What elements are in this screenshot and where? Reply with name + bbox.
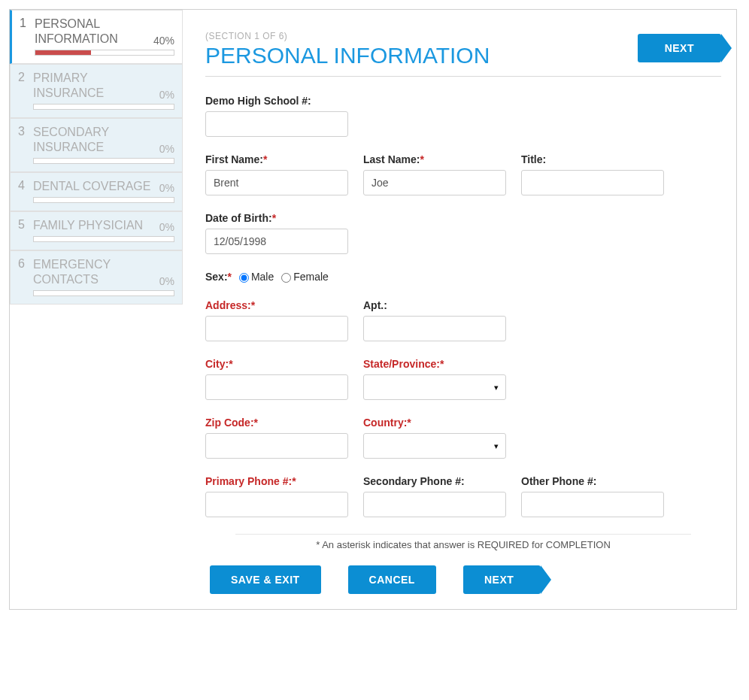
state-select[interactable] bbox=[363, 374, 506, 400]
next-button-bottom[interactable]: NEXT bbox=[463, 565, 541, 594]
step-primary-insurance[interactable]: 2 PRIMARY INSURANCE 0% bbox=[10, 64, 183, 118]
save-exit-button[interactable]: SAVE & EXIT bbox=[210, 565, 321, 594]
step-number: 6 bbox=[18, 257, 27, 271]
other-phone-input[interactable] bbox=[521, 492, 664, 517]
step-number: 1 bbox=[20, 17, 29, 30]
step-secondary-insurance[interactable]: 3 SECONDARY INSURANCE 0% bbox=[10, 118, 183, 172]
city-label: City:* bbox=[205, 358, 348, 370]
page-title: PERSONAL INFORMATION bbox=[205, 43, 490, 68]
step-percent: 0% bbox=[159, 89, 174, 101]
field-primary-phone: Primary Phone #:* bbox=[205, 475, 348, 517]
step-emergency-contacts[interactable]: 6 EMERGENCY CONTACTS 0% bbox=[10, 250, 183, 305]
zip-label: Zip Code:* bbox=[205, 417, 348, 429]
field-other-phone: Other Phone #: bbox=[521, 475, 664, 517]
step-label: DENTAL COVERAGE bbox=[33, 179, 159, 194]
progress-bar bbox=[33, 104, 174, 110]
progress-bar bbox=[33, 236, 174, 242]
country-select[interactable] bbox=[363, 433, 506, 459]
field-sex: Sex:* Male Female bbox=[205, 271, 721, 283]
step-label: SECONDARY INSURANCE bbox=[33, 125, 159, 155]
step-family-physician[interactable]: 5 FAMILY PHYSICIAN 0% bbox=[10, 211, 183, 250]
form-container: 1 PERSONAL INFORMATION 40% 2 PRIMARY INS… bbox=[9, 9, 737, 610]
step-label: PRIMARY INSURANCE bbox=[33, 71, 159, 101]
step-label: PERSONAL INFORMATION bbox=[35, 17, 153, 47]
step-percent: 40% bbox=[153, 35, 174, 47]
required-footnote: * An asterisk indicates that answer is R… bbox=[235, 534, 691, 555]
step-personal-information[interactable]: 1 PERSONAL INFORMATION 40% bbox=[10, 10, 183, 64]
apt-label: Apt.: bbox=[363, 299, 506, 311]
field-last-name: Last Name:* bbox=[363, 153, 506, 195]
progress-bar bbox=[33, 290, 174, 296]
divider bbox=[205, 76, 721, 77]
state-label: State/Province:* bbox=[363, 358, 506, 370]
field-secondary-phone: Secondary Phone #: bbox=[363, 475, 506, 517]
school-label: Demo High School #: bbox=[205, 95, 348, 107]
field-dob: Date of Birth:* bbox=[205, 212, 348, 254]
dob-label: Date of Birth:* bbox=[205, 212, 348, 224]
primary-phone-input[interactable] bbox=[205, 492, 348, 517]
primary-phone-label: Primary Phone #:* bbox=[205, 475, 348, 487]
secondary-phone-label: Secondary Phone #: bbox=[363, 475, 506, 487]
field-zip: Zip Code:* bbox=[205, 417, 348, 459]
field-country: Country:* bbox=[363, 417, 506, 459]
sex-label: Sex:* bbox=[205, 271, 232, 283]
dob-input[interactable] bbox=[205, 229, 348, 254]
progress-bar bbox=[33, 197, 174, 203]
step-dental-coverage[interactable]: 4 DENTAL COVERAGE 0% bbox=[10, 172, 183, 211]
first-name-label: First Name:* bbox=[205, 153, 348, 165]
city-input[interactable] bbox=[205, 374, 348, 400]
step-percent: 0% bbox=[159, 275, 174, 287]
step-percent: 0% bbox=[159, 182, 174, 194]
step-percent: 0% bbox=[159, 143, 174, 155]
cancel-button[interactable]: CANCEL bbox=[348, 565, 436, 594]
last-name-input[interactable] bbox=[363, 170, 506, 195]
sex-male-radio[interactable] bbox=[239, 273, 249, 283]
main-content: (SECTION 1 OF 6) PERSONAL INFORMATION NE… bbox=[183, 10, 736, 609]
first-name-input[interactable] bbox=[205, 170, 348, 195]
step-label: EMERGENCY CONTACTS bbox=[33, 257, 159, 287]
apt-input[interactable] bbox=[363, 316, 506, 341]
other-phone-label: Other Phone #: bbox=[521, 475, 664, 487]
sidebar: 1 PERSONAL INFORMATION 40% 2 PRIMARY INS… bbox=[10, 10, 183, 609]
step-label: FAMILY PHYSICIAN bbox=[33, 218, 159, 233]
sex-female-radio[interactable] bbox=[281, 273, 291, 283]
field-city: City:* bbox=[205, 358, 348, 400]
address-label: Address:* bbox=[205, 299, 348, 311]
address-input[interactable] bbox=[205, 316, 348, 341]
field-first-name: First Name:* bbox=[205, 153, 348, 195]
step-number: 3 bbox=[18, 125, 27, 138]
sex-female-text: Female bbox=[293, 271, 329, 283]
step-number: 2 bbox=[18, 71, 27, 84]
progress-bar bbox=[33, 158, 174, 164]
secondary-phone-input[interactable] bbox=[363, 492, 506, 517]
sex-male-text: Male bbox=[251, 271, 274, 283]
country-label: Country:* bbox=[363, 417, 506, 429]
field-address: Address:* bbox=[205, 299, 348, 341]
field-apt: Apt.: bbox=[363, 299, 506, 341]
last-name-label: Last Name:* bbox=[363, 153, 506, 165]
field-title: Title: bbox=[521, 153, 664, 195]
next-button-top[interactable]: NEXT bbox=[638, 34, 721, 62]
step-number: 4 bbox=[18, 179, 27, 192]
field-state: State/Province:* bbox=[363, 358, 506, 400]
title-label: Title: bbox=[521, 153, 664, 165]
zip-input[interactable] bbox=[205, 433, 348, 459]
field-school-number: Demo High School #: bbox=[205, 95, 348, 137]
progress-bar bbox=[35, 50, 174, 56]
step-number: 5 bbox=[18, 218, 27, 232]
title-input[interactable] bbox=[521, 170, 664, 195]
section-counter: (SECTION 1 OF 6) bbox=[205, 31, 490, 41]
school-input[interactable] bbox=[205, 111, 348, 137]
step-percent: 0% bbox=[159, 221, 174, 233]
